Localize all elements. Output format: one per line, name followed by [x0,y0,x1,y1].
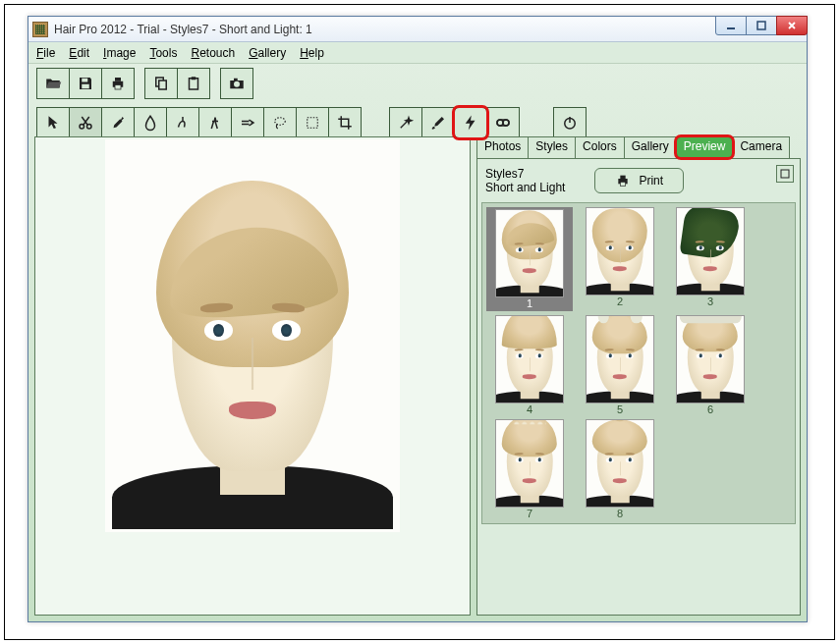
tape-tool[interactable] [486,107,520,138]
menu-gallery[interactable]: Gallery [249,46,286,60]
window-controls [716,16,808,35]
thumb-num: 4 [486,403,573,415]
thumbnail-area: 1 2 3 4 [481,202,796,524]
app-window: Hair Pro 2012 - Trial - Styles7 - Short … [28,16,808,622]
svg-rect-0 [727,27,735,29]
print-icon [615,173,631,188]
camera-capture-button[interactable] [220,68,253,99]
minimize-button[interactable] [715,16,747,35]
svg-point-16 [252,122,253,124]
svg-rect-6 [115,85,121,90]
power-button[interactable] [553,107,587,138]
menu-edit[interactable]: Edit [69,46,89,60]
collapse-button[interactable] [776,165,794,183]
svg-rect-2 [82,79,87,82]
thumb-num: 3 [667,295,754,307]
main-portrait [105,139,400,532]
tab-camera[interactable]: Camera [732,136,790,158]
side-tabs: Photos Styles Colors Gallery Preview Cam… [476,136,801,158]
thumb-6[interactable]: 6 [667,315,754,415]
menu-help[interactable]: Help [300,46,324,60]
pointer-tool[interactable] [36,107,70,138]
window-title: Hair Pro 2012 - Trial - Styles7 - Short … [54,23,312,36]
menubar: File Edit Image Tools Retouch Gallery He… [28,42,807,64]
preview-panel: Styles7 Short and Light Print [476,158,801,616]
menu-file[interactable]: File [36,46,55,60]
paste-button[interactable] [177,68,210,99]
flash-tool[interactable] [454,107,487,138]
svg-rect-8 [159,80,167,89]
svg-rect-13 [234,79,238,80]
thumb-1[interactable]: 1 [486,207,573,311]
close-button[interactable] [776,16,808,35]
preview-title-l1: Styles7 [485,167,565,181]
svg-rect-10 [192,77,196,80]
tab-photos[interactable]: Photos [476,136,529,158]
save-button[interactable] [69,68,102,99]
print-button[interactable] [101,68,135,99]
tab-preview[interactable]: Preview [676,136,734,158]
thumb-4[interactable]: 4 [486,315,573,415]
svg-rect-3 [82,84,89,89]
svg-rect-5 [115,78,121,81]
toolbar-row-1 [28,64,807,103]
side-panel: Photos Styles Colors Gallery Preview Cam… [476,136,801,616]
eyedropper-tool[interactable] [101,107,135,138]
thumb-8[interactable]: 8 [577,419,663,519]
marquee-tool[interactable] [296,107,329,138]
svg-rect-27 [781,170,789,178]
preview-title-l2: Short and Light [485,181,565,194]
svg-rect-26 [621,182,626,186]
svg-rect-9 [190,79,198,89]
thumb-num: 7 [486,508,573,519]
tab-styles[interactable]: Styles [528,136,576,158]
thumb-3[interactable]: 3 [667,207,754,311]
brush-tool[interactable] [421,107,455,138]
thumb-num: 5 [577,403,663,415]
thumb-num: 2 [577,295,663,307]
svg-rect-1 [757,22,765,29]
menu-retouch[interactable]: Retouch [191,46,235,60]
maximize-button[interactable] [746,16,777,35]
blur-tool[interactable] [134,107,167,138]
thumb-5[interactable]: 5 [577,315,663,415]
preview-header: Styles7 Short and Light Print [477,159,800,202]
menu-tools[interactable]: Tools [149,46,177,60]
tab-colors[interactable]: Colors [575,136,625,158]
thumb-num: 8 [577,508,663,519]
scissors-tool[interactable] [69,107,102,138]
thumbnail-grid: 1 2 3 4 [486,207,791,519]
open-button[interactable] [36,68,70,99]
print-label: Print [639,174,663,188]
thumb-2[interactable]: 2 [577,207,663,311]
copy-button[interactable] [144,68,178,99]
thumb-7[interactable]: 7 [486,419,573,519]
content-area: Photos Styles Colors Gallery Preview Cam… [34,136,801,616]
thumb-num: 6 [667,403,754,415]
wand-tool[interactable] [389,107,422,138]
svg-rect-18 [308,118,318,129]
cut-tool[interactable] [231,107,264,138]
crop-tool[interactable] [328,107,362,138]
print-preview-button[interactable]: Print [594,168,684,193]
smudge-tool[interactable] [166,107,199,138]
clone-tool[interactable] [198,107,232,138]
canvas-panel[interactable] [34,136,471,616]
app-icon [32,22,48,37]
svg-point-12 [234,81,240,87]
preview-title: Styles7 Short and Light [485,167,565,195]
titlebar[interactable]: Hair Pro 2012 - Trial - Styles7 - Short … [28,17,807,42]
svg-point-17 [275,118,286,126]
svg-rect-25 [621,176,626,179]
thumb-num: 1 [486,297,573,309]
menu-image[interactable]: Image [103,46,136,60]
lasso-tool[interactable] [263,107,297,138]
tab-gallery[interactable]: Gallery [624,136,677,158]
